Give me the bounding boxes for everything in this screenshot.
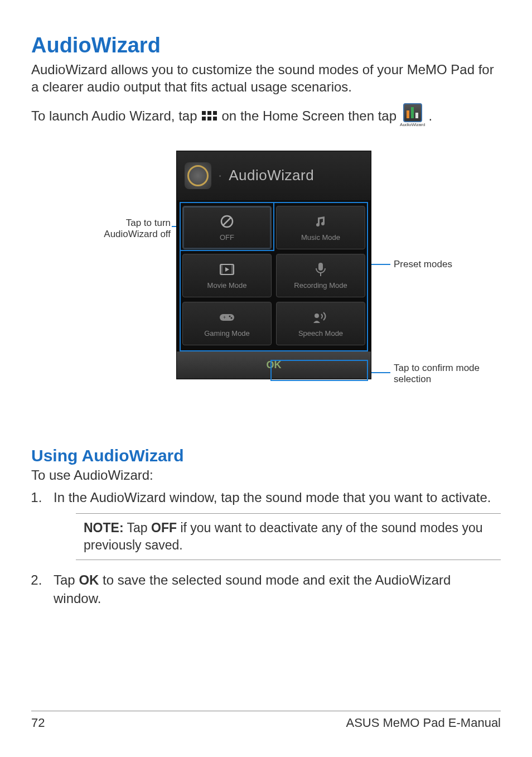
callout-confirm: Tap to confirm mode selection bbox=[394, 363, 483, 385]
movie-icon bbox=[219, 261, 235, 278]
page-title: AudioWizard bbox=[31, 33, 501, 57]
footer-text: ASUS MeMO Pad E-Manual bbox=[346, 716, 501, 730]
step-2-post: to save the selected sound mode and exit… bbox=[54, 572, 451, 605]
audiowizard-header-icon bbox=[185, 162, 211, 189]
using-intro: To use AudioWizard: bbox=[31, 467, 501, 483]
header-separator: · bbox=[218, 167, 222, 184]
mode-off-label: OFF bbox=[220, 233, 234, 242]
svg-line-1 bbox=[223, 218, 231, 225]
page-number: 72 bbox=[31, 716, 45, 730]
svg-rect-6 bbox=[318, 263, 323, 271]
using-heading: Using AudioWizard bbox=[31, 446, 501, 465]
mode-movie[interactable]: Movie Mode bbox=[182, 254, 272, 297]
mode-recording-label: Recording Mode bbox=[294, 281, 347, 290]
mode-speech[interactable]: Speech Mode bbox=[276, 302, 365, 345]
audiowizard-header: · AudioWizard bbox=[177, 151, 371, 200]
note-pre: Tap bbox=[124, 520, 151, 535]
step-1: In the AudioWizard window, tap the sound… bbox=[46, 489, 501, 560]
step-2-bold: OK bbox=[79, 572, 99, 587]
launch-instruction: To launch Audio Wizard, tap on the Home … bbox=[31, 103, 501, 128]
launch-pre: To launch Audio Wizard, tap bbox=[31, 107, 197, 124]
audiowizard-app-icon bbox=[403, 103, 422, 122]
off-icon bbox=[219, 213, 235, 230]
svg-text:+: + bbox=[223, 315, 226, 320]
launch-mid: on the Home Screen then tap bbox=[222, 107, 397, 124]
audiowizard-app-icon-wrap: AudioWizard bbox=[400, 103, 425, 128]
mode-grid: OFF Music Mode Movie Mode Recording Mode bbox=[177, 200, 371, 351]
note-label: NOTE: bbox=[84, 520, 124, 535]
callout-off: Tap to turn AudioWizard off bbox=[70, 218, 171, 240]
mode-off[interactable]: OFF bbox=[182, 206, 272, 249]
music-icon bbox=[312, 213, 329, 230]
svg-rect-3 bbox=[220, 264, 223, 274]
svg-point-11 bbox=[231, 317, 233, 319]
callout-line-preset bbox=[369, 264, 390, 265]
step-2: Tap OK to save the selected sound mode a… bbox=[46, 571, 501, 607]
audiowizard-app-caption: AudioWizard bbox=[400, 122, 425, 128]
svg-point-10 bbox=[229, 316, 231, 317]
svg-rect-4 bbox=[231, 264, 234, 274]
mode-speech-label: Speech Mode bbox=[298, 329, 343, 337]
mode-movie-label: Movie Mode bbox=[207, 281, 247, 290]
callout-preset: Preset modes bbox=[394, 259, 452, 270]
launch-post: . bbox=[428, 107, 432, 124]
screenshot-area: Tap to turn AudioWizard off Preset modes… bbox=[31, 151, 501, 424]
page-footer: 72 ASUS MeMO Pad E-Manual bbox=[31, 711, 501, 730]
audiowizard-window: · AudioWizard OFF Music Mode Movie Mod bbox=[176, 151, 371, 379]
mode-gaming-label: Gaming Mode bbox=[204, 329, 250, 337]
mode-music-label: Music Mode bbox=[301, 233, 340, 242]
step-1-text: In the AudioWizard window, tap the sound… bbox=[54, 490, 491, 505]
svg-point-12 bbox=[315, 314, 319, 318]
step-2-pre: Tap bbox=[54, 572, 79, 587]
recording-icon bbox=[312, 261, 329, 278]
note-bold: OFF bbox=[151, 520, 177, 535]
apps-grid-icon bbox=[201, 109, 219, 123]
ok-button[interactable]: OK bbox=[177, 351, 371, 379]
audiowizard-header-title: AudioWizard bbox=[229, 167, 314, 184]
mode-recording[interactable]: Recording Mode bbox=[276, 254, 365, 297]
mode-gaming[interactable]: + Gaming Mode bbox=[182, 302, 272, 345]
steps-list: In the AudioWizard window, tap the sound… bbox=[31, 489, 501, 607]
gaming-icon: + bbox=[219, 309, 235, 326]
svg-marker-5 bbox=[225, 267, 229, 272]
speech-icon bbox=[312, 309, 329, 326]
mode-music[interactable]: Music Mode bbox=[276, 206, 365, 249]
intro-paragraph: AudioWizard allows you to customize the … bbox=[31, 61, 501, 95]
note-block: NOTE: Tap OFF if you want to deactivate … bbox=[76, 513, 501, 560]
